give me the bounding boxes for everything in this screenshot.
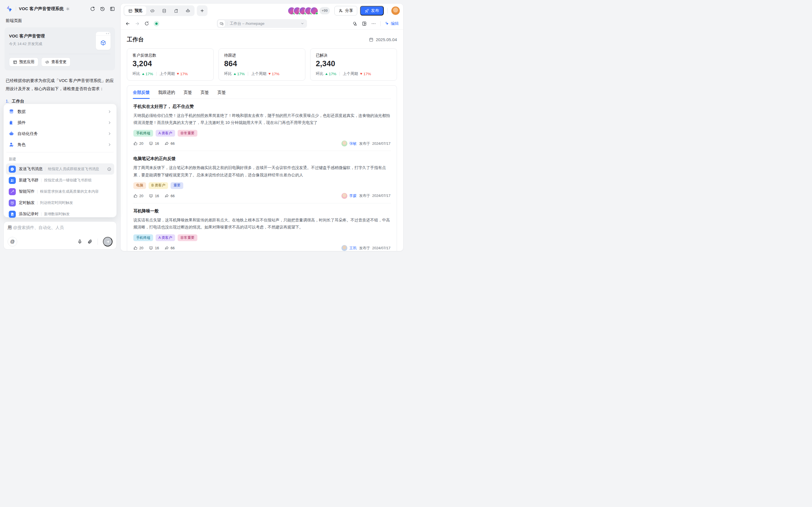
tab-all-feedback[interactable]: 全部反馈	[133, 90, 150, 99]
tab-my-followups[interactable]: 我跟进的	[158, 90, 175, 99]
menu-item-data[interactable]: 数据	[6, 106, 114, 117]
action-send-feishu-message[interactable]: 发送飞书消息 给指定人员或群组发送飞书消息	[6, 163, 114, 175]
share-count[interactable]: 66	[165, 194, 174, 198]
app-preview-thumbnail	[96, 32, 110, 50]
theme-shapes-icon[interactable]	[352, 21, 357, 26]
trend-up-icon	[234, 73, 236, 75]
toggle-sidebar-icon[interactable]	[110, 6, 115, 11]
action-smart-writing[interactable]: 智能写作 根据需求快速生成高质量的文本内容	[6, 186, 114, 197]
tag: 非常重要	[177, 234, 197, 241]
online-dot	[315, 12, 318, 15]
send-button[interactable]	[103, 237, 112, 246]
thumbs-up-icon	[133, 194, 138, 198]
preview-pane: 预览	[121, 4, 403, 251]
feedback-item[interactable]: 手机实在太好用了， 忍不住点赞 天呐我必须给你们点赞！这台手机的拍照效果简直绝了…	[133, 99, 391, 151]
author-name[interactable]: 王凯	[349, 245, 357, 251]
rocket-icon	[365, 9, 369, 13]
tag: 非常重要	[177, 130, 197, 136]
tag: 电脑	[133, 182, 146, 189]
menu-item-roles[interactable]: 角色	[6, 139, 114, 150]
like-count[interactable]: 20	[133, 142, 143, 146]
info-icon[interactable]	[107, 167, 111, 171]
preview-app-button[interactable]: 预览应用	[9, 57, 38, 66]
share-button[interactable]: 分享	[335, 6, 357, 15]
trend-up-icon	[142, 73, 144, 75]
share-count[interactable]: 66	[165, 142, 174, 146]
author-name[interactable]: 张敏	[349, 141, 357, 146]
user-avatar[interactable]	[391, 6, 400, 15]
plugin-star-icon	[174, 8, 179, 13]
feedback-item[interactable]: 耳机降噪一般 说实话有点失望，这耳机降噪效果和宣传的差距有点大。在地铁上根本压不…	[133, 203, 391, 251]
forward-icon[interactable]	[135, 21, 140, 26]
new-chat-icon[interactable]	[90, 6, 95, 11]
mention-button[interactable]: @	[8, 237, 17, 246]
date-picker[interactable]: 2025.05.04	[369, 37, 397, 42]
tab-automation[interactable]	[182, 6, 194, 15]
cursor-icon	[385, 21, 389, 25]
menu-item-automation[interactable]: 自动化任务	[6, 128, 114, 139]
attachment-icon[interactable]	[87, 239, 93, 244]
like-count[interactable]: 20	[133, 246, 143, 250]
address-bar[interactable]: 工作台 – /homepage	[217, 19, 307, 28]
code-icon	[45, 60, 49, 64]
layout-icon	[128, 9, 133, 13]
chevron-down-icon	[301, 22, 304, 25]
action-timed-trigger[interactable]: 定时触发 到达特定时间时触发	[6, 197, 114, 209]
share-count[interactable]: 66	[165, 246, 174, 250]
tab-placeholder[interactable]: 页签	[184, 90, 192, 99]
cube-icon	[100, 40, 106, 46]
send-arrow-icon	[106, 240, 110, 244]
composer-input[interactable]: 用 @搜索插件、自动化、人员	[8, 225, 112, 230]
tag: A 类客户	[156, 234, 175, 241]
reload-icon[interactable]	[144, 21, 149, 26]
tab-preview[interactable]: 预览	[124, 6, 146, 15]
publish-button[interactable]: 发布	[360, 6, 384, 15]
robot-icon	[9, 131, 14, 136]
tab-data[interactable]	[158, 6, 170, 15]
more-options-icon[interactable]	[371, 21, 376, 26]
tab-placeholder[interactable]: 页签	[217, 90, 226, 99]
feedback-body: 天呐我必须给你们点赞！这台手机的拍照效果简直绝了！昨晚和朋友去夜市，随手拍的照片…	[133, 112, 391, 126]
add-tab-button[interactable]	[197, 5, 207, 16]
layout-columns-icon[interactable]	[362, 21, 367, 26]
collaborator-overflow-count[interactable]: +99	[319, 7, 330, 14]
feedback-panel: 全部反馈 我跟进的 页签 页签 页签 手机实在太好用了， 忍不住点赞 天呐我必须…	[127, 86, 397, 251]
task-card[interactable]: VOC 客户声音管理 今天 14:42 开发完成	[4, 27, 115, 70]
chat-composer[interactable]: 用 @搜索插件、自动化、人员 @	[3, 221, 117, 249]
settings-gear-icon[interactable]	[66, 7, 70, 11]
feedback-body: 用了两周来反馈下，这台笔记本的散热确实比我之前的旧电脑好很多，连续开一天会议软件…	[133, 164, 391, 178]
author-avatar	[342, 245, 347, 251]
history-icon[interactable]	[100, 6, 105, 11]
app-title: VOC 客户声音管理系统	[19, 6, 64, 11]
chevron-right-icon	[108, 132, 111, 135]
comment-icon	[149, 246, 153, 250]
chat-panel-actions	[90, 6, 115, 11]
chat-panel: VOC 客户声音管理系统 前端页面 VOC 客户声	[0, 0, 121, 253]
trend-down-icon	[177, 73, 179, 75]
tab-plugins[interactable]	[170, 6, 182, 15]
menu-item-plugins[interactable]: 插件	[6, 117, 114, 128]
collaborator-avatars[interactable]	[288, 7, 318, 15]
author-name[interactable]: 李媛	[349, 193, 357, 198]
tab-placeholder[interactable]: 页签	[200, 90, 209, 99]
feedback-item[interactable]: 电脑笔记本的正向反馈 用了两周来反馈下，这台笔记本的散热确实比我之前的旧电脑好很…	[133, 151, 391, 203]
action-on-record-added[interactable]: 添加记录时 新增数据时触发	[6, 209, 114, 220]
trend-down-icon	[360, 73, 362, 75]
edit-mode-button[interactable]: 编辑	[385, 21, 399, 26]
share-person-icon	[339, 8, 343, 13]
like-count[interactable]: 20	[133, 194, 143, 198]
chevron-right-icon	[108, 110, 111, 114]
comment-count[interactable]: 16	[149, 142, 159, 146]
stat-card-total-feedback: 客户反馈总数 3,204 环比17% 上个周期17%	[127, 48, 214, 80]
calendar-icon	[369, 37, 373, 42]
tab-code[interactable]	[146, 6, 158, 15]
header-divider	[16, 6, 16, 11]
microphone-icon[interactable]	[77, 239, 82, 244]
back-icon[interactable]	[125, 21, 130, 26]
view-changes-button[interactable]: 查看变更	[41, 57, 70, 66]
action-new-feishu-group[interactable]: 新建飞书群 按指定成员一键创建飞书群组	[6, 175, 114, 186]
comment-count[interactable]: 16	[149, 194, 159, 198]
alarm-clock-icon	[10, 201, 14, 205]
database-icon	[9, 109, 14, 114]
comment-count[interactable]: 16	[149, 246, 159, 250]
